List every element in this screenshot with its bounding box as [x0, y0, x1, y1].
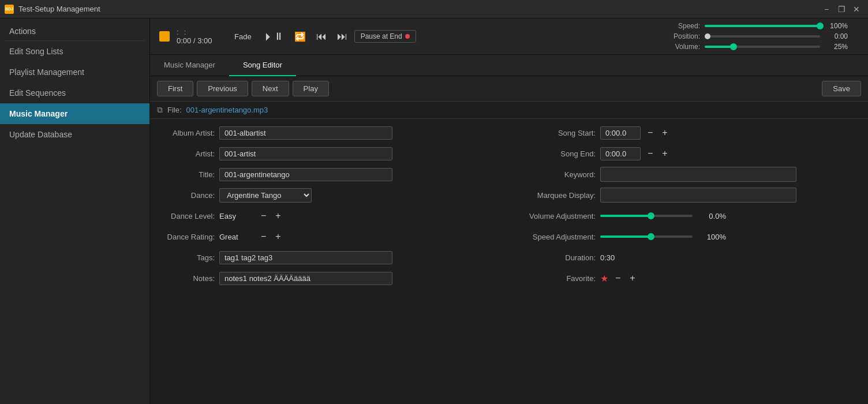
dance-row: Dance: Argentine Tango Waltz Foxtrot	[157, 187, 503, 203]
favorite-increment[interactable]: +	[627, 273, 637, 283]
dance-rating-row: Dance Rating: Great − +	[157, 229, 503, 245]
album-artist-row: Album Artist:	[157, 125, 503, 141]
file-name: 001-argentinetango.mp3	[186, 106, 268, 114]
previous-button[interactable]: Previous	[197, 81, 248, 96]
prev-start-button[interactable]: ⏮	[313, 29, 330, 44]
play-pause-icon: ⏵⏸	[263, 31, 284, 43]
notes-label: Notes:	[157, 274, 215, 283]
first-button[interactable]: First	[157, 81, 193, 96]
dance-rating-label: Dance Rating:	[157, 233, 215, 241]
volume-slider-track[interactable]	[705, 46, 820, 48]
dance-rating-decrement[interactable]: −	[259, 231, 268, 242]
form-right: Song Start: − + Song End: − + Keyword:	[515, 125, 861, 398]
app-icon: BDJ	[5, 5, 14, 14]
close-button[interactable]: ✕	[850, 2, 863, 16]
favorite-star-icon[interactable]: ★	[600, 273, 608, 284]
title-row: Title:	[157, 166, 503, 182]
marquee-display-input[interactable]	[600, 188, 796, 203]
player-dots: : :	[177, 28, 223, 36]
volume-adj-slider-fill	[600, 215, 651, 217]
keyword-input[interactable]	[600, 167, 796, 182]
tab-bar: Music Manager Song Editor	[150, 55, 868, 76]
dance-level-decrement[interactable]: −	[259, 211, 268, 221]
song-start-increment[interactable]: +	[660, 128, 669, 138]
artist-input[interactable]	[219, 147, 392, 160]
prev-start-icon: ⏮	[316, 31, 327, 43]
tab-music-manager[interactable]: Music Manager	[150, 55, 229, 76]
speed-adj-slider-track[interactable]	[600, 235, 693, 238]
duration-row: Duration: 0:30	[515, 249, 861, 265]
favorite-row: Favorite: ★ − +	[515, 270, 861, 286]
player-right-sliders: Speed: 100% Position: 0:00	[663, 22, 859, 51]
form-left: Album Artist: Artist: Title: Dance:	[157, 125, 503, 398]
volume-adj-slider-track[interactable]	[600, 215, 693, 217]
sidebar-item-edit-sequences[interactable]: Edit Sequences	[0, 83, 149, 103]
keyword-label: Keyword:	[515, 170, 596, 179]
play-pause-button[interactable]: ⏵⏸	[260, 29, 287, 44]
song-start-label: Song Start:	[515, 129, 596, 137]
album-artist-input[interactable]	[219, 126, 392, 140]
sidebar-item-playlist-management[interactable]: Playlist Management	[0, 62, 149, 83]
pause-at-end-label: Pause at End	[361, 32, 402, 40]
repeat-button[interactable]: 🔁	[291, 30, 309, 43]
position-slider-row: Position: 0:00	[663, 32, 859, 40]
artist-row: Artist:	[157, 145, 503, 162]
sidebar-item-music-manager[interactable]: Music Manager	[0, 103, 149, 124]
play-button[interactable]: Play	[293, 81, 329, 96]
sidebar-item-update-database[interactable]: Update Database	[0, 124, 149, 145]
file-label: File:	[167, 106, 182, 114]
minimize-button[interactable]: −	[820, 2, 833, 16]
copy-icon[interactable]: ⧉	[157, 105, 163, 115]
duration-value: 0:30	[600, 253, 615, 262]
fast-forward-icon: ⏭	[337, 31, 347, 43]
volume-value: 25%	[825, 43, 848, 51]
song-end-increment[interactable]: +	[660, 148, 669, 159]
song-start-input[interactable]	[600, 126, 641, 140]
notes-input[interactable]	[219, 272, 392, 285]
fade-button[interactable]: Fade	[230, 31, 256, 42]
volume-label: Volume:	[663, 43, 700, 51]
speed-slider-track[interactable]	[705, 25, 820, 27]
pause-end-indicator	[405, 34, 410, 39]
dance-label: Dance:	[157, 191, 215, 200]
pause-at-end-button[interactable]: Pause at End	[354, 30, 416, 43]
tab-song-editor[interactable]: Song Editor	[229, 55, 296, 76]
dance-select[interactable]: Argentine Tango Waltz Foxtrot	[219, 188, 312, 203]
window-controls: − ❐ ✕	[820, 2, 863, 16]
fast-forward-button[interactable]: ⏭	[334, 29, 351, 44]
song-start-decrement[interactable]: −	[645, 128, 655, 138]
save-button[interactable]: Save	[822, 81, 861, 96]
volume-adjustment-value: 0.0%	[697, 212, 726, 220]
dance-level-value: Easy	[219, 212, 254, 220]
favorite-decrement[interactable]: −	[613, 273, 623, 283]
tags-input[interactable]	[219, 251, 392, 264]
next-button[interactable]: Next	[252, 81, 289, 96]
volume-slider-fill	[705, 46, 734, 48]
position-value: 0:00	[825, 32, 848, 40]
artist-label: Artist:	[157, 149, 215, 158]
marquee-display-label: Marquee Display:	[515, 191, 596, 200]
player-time: 0:00 / 3:00	[177, 36, 223, 45]
speed-adjustment-label: Speed Adjustment:	[515, 233, 596, 241]
song-end-decrement[interactable]: −	[645, 148, 655, 159]
speed-adjustment-row: Speed Adjustment: 100%	[515, 229, 861, 245]
player-status-indicator	[159, 31, 170, 42]
sidebar-item-edit-song-lists[interactable]: Edit Song Lists	[0, 41, 149, 62]
song-editor-form: Album Artist: Artist: Title: Dance:	[150, 119, 868, 404]
restore-button[interactable]: ❐	[835, 2, 848, 16]
title-input[interactable]	[219, 168, 392, 181]
titlebar: BDJ Test-Setup Management − ❐ ✕	[0, 0, 868, 18]
position-slider-track[interactable]	[705, 35, 820, 38]
dance-rating-increment[interactable]: +	[273, 231, 283, 242]
repeat-icon: 🔁	[294, 31, 306, 42]
dance-level-row: Dance Level: Easy − +	[157, 208, 503, 224]
actions-label: Actions	[0, 18, 149, 40]
dance-level-increment[interactable]: +	[273, 211, 283, 221]
marquee-display-row: Marquee Display:	[515, 187, 861, 203]
volume-adjustment-label: Volume Adjustment:	[515, 212, 596, 220]
favorite-label: Favorite:	[515, 274, 596, 283]
song-end-input[interactable]	[600, 147, 641, 160]
main-layout: Actions Edit Song Lists Playlist Managem…	[0, 18, 868, 404]
player-time-column: : : 0:00 / 3:00	[177, 28, 223, 45]
window-title: Test-Setup Management	[18, 5, 820, 13]
